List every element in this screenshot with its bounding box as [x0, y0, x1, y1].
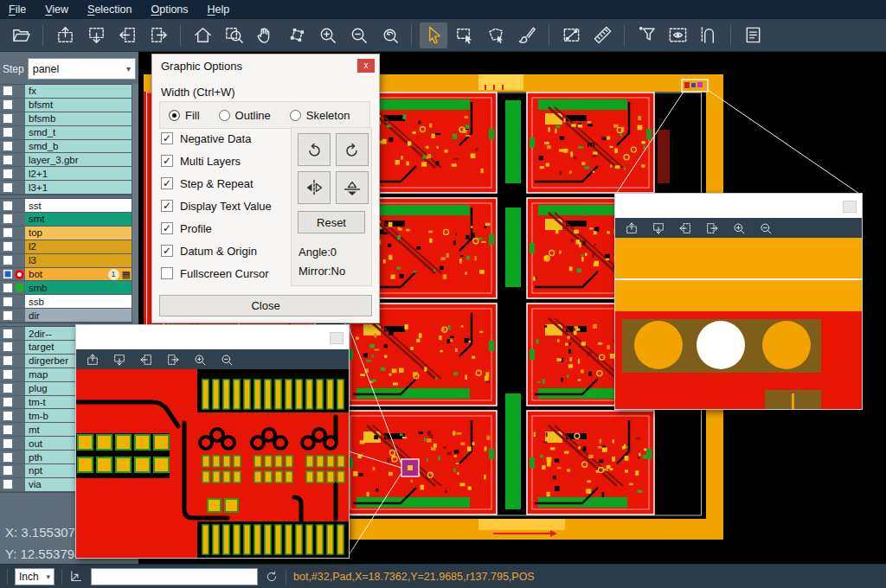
popup-zoom-in-button[interactable] [192, 352, 208, 368]
tool-pan-left-button[interactable] [113, 22, 141, 48]
checkbox-step-repeat[interactable]: ✓Step & Repeat [161, 172, 272, 195]
command-input[interactable] [91, 568, 258, 585]
rotate-ccw-button[interactable] [336, 133, 369, 166]
menu-item-view[interactable]: View [45, 3, 68, 16]
menu-item-options[interactable]: Options [151, 3, 188, 16]
radio-outline[interactable]: Outline [219, 109, 271, 122]
popup-titlebar[interactable] [615, 194, 862, 218]
refresh-icon[interactable] [265, 570, 279, 584]
tool-zoom-in-button[interactable] [313, 22, 341, 48]
menu-item-help[interactable]: Help [208, 3, 230, 16]
menu-item-selection[interactable]: Selection [87, 3, 132, 16]
layer-row-sst[interactable]: sst [0, 199, 132, 213]
layer-checkbox[interactable] [3, 479, 13, 489]
layer-name[interactable]: bfsmt [25, 99, 132, 112]
tool-open-button[interactable] [7, 22, 35, 48]
layer-checkbox[interactable] [3, 411, 13, 421]
popup-viewport[interactable] [76, 369, 349, 558]
tool-pan-up-button[interactable] [51, 22, 79, 48]
layer-checkbox[interactable] [3, 255, 13, 265]
layer-checkbox[interactable] [3, 355, 13, 366]
popup-zoom-in-button[interactable] [731, 220, 747, 236]
radio-skeleton[interactable]: Skeleton [290, 109, 350, 122]
layer-checkbox[interactable] [3, 283, 13, 293]
popup-pan-right-button[interactable] [704, 220, 720, 236]
layer-checkbox[interactable] [3, 241, 13, 252]
layer-checkbox[interactable] [3, 169, 13, 179]
tool-pan-down-button[interactable] [82, 22, 110, 48]
grid-icon[interactable]: ▦ [122, 270, 131, 279]
tool-zoom-back-button[interactable] [376, 22, 403, 48]
layer-checkbox[interactable] [3, 452, 13, 463]
popup-minimize-button[interactable] [843, 201, 857, 213]
checkbox-profile[interactable]: ✓Profile [161, 217, 272, 240]
layer-checkbox[interactable] [3, 127, 13, 137]
layer-name[interactable]: top [25, 227, 132, 240]
layer-checkbox[interactable] [3, 383, 13, 393]
layer-row-fx[interactable]: fx [0, 85, 132, 99]
dialog-close-icon[interactable]: x [357, 59, 375, 73]
menu-item-file[interactable]: File [9, 3, 26, 16]
layer-name[interactable]: l3+1 [25, 181, 132, 194]
layer-checkbox[interactable] [3, 269, 13, 279]
layer-checkbox[interactable] [3, 227, 13, 238]
layer-checkbox[interactable] [3, 141, 13, 151]
layer-row-top[interactable]: top [0, 227, 132, 240]
popup-zoom-out-button[interactable] [758, 220, 774, 236]
layer-checkbox[interactable] [3, 369, 13, 380]
layer-row-bfsmt[interactable]: bfsmt [0, 99, 132, 112]
layer-checkbox[interactable] [3, 297, 13, 307]
popup-pan-up-button[interactable] [624, 220, 639, 236]
layer-name[interactable]: smb [25, 281, 132, 294]
close-button[interactable]: Close [159, 295, 372, 316]
tool-report-button[interactable] [739, 22, 767, 48]
layer-name[interactable]: l2+1 [25, 167, 132, 180]
reset-button[interactable]: Reset [298, 211, 365, 233]
rotate-cw-button[interactable] [298, 133, 331, 166]
tool-pan-hand-button[interactable] [251, 22, 279, 48]
checkbox-fullscreen-cursor[interactable]: Fullscreen Cursor [161, 262, 272, 284]
popup-zoom-out-button[interactable] [219, 352, 234, 368]
layer-name[interactable]: sst [25, 199, 132, 212]
layer-name[interactable]: smd_b [25, 140, 132, 153]
tool-measure-button[interactable] [557, 22, 585, 48]
layer-checkbox[interactable] [3, 214, 13, 224]
layer-row-layer_3.gbr[interactable]: layer_3.gbr [0, 153, 132, 167]
layer-name[interactable]: bfsmb [25, 112, 132, 125]
popup-pan-left-button[interactable] [138, 352, 154, 368]
popup-titlebar[interactable] [76, 325, 349, 349]
layer-row-dir[interactable]: dir [0, 309, 132, 323]
popup-pan-down-button[interactable] [112, 352, 127, 368]
flip-h-button[interactable] [298, 171, 331, 204]
checkbox-negative-data[interactable]: ✓Negative Data [161, 127, 272, 150]
tool-filter-button[interactable] [632, 22, 660, 48]
checkbox-display-text-value[interactable]: ✓Display Text Value [161, 195, 272, 217]
layer-name[interactable]: smt [25, 213, 132, 226]
tool-pan-right-button[interactable] [144, 22, 172, 48]
layer-row-smt[interactable]: smt [0, 213, 132, 227]
layer-row-ssb[interactable]: ssb [0, 295, 132, 309]
tool-ruler-button[interactable] [588, 22, 616, 48]
layer-checkbox[interactable] [3, 86, 13, 96]
layer-checkbox[interactable] [3, 342, 13, 352]
popup-pan-right-button[interactable] [165, 352, 181, 368]
layer-checkbox[interactable] [3, 155, 13, 165]
layer-name[interactable]: l2 [25, 240, 132, 253]
checkbox-datum-origin[interactable]: ✓Datum & Origin [161, 240, 272, 262]
layer-checkbox[interactable] [3, 182, 13, 193]
radio-fill[interactable]: Fill [169, 109, 200, 122]
layer-checkbox[interactable] [3, 465, 13, 476]
layer-name[interactable]: layer_3.gbr [25, 153, 132, 166]
corner-snap-icon[interactable] [69, 569, 84, 584]
tool-select-poly-button[interactable] [482, 22, 510, 48]
layer-checkbox[interactable] [3, 438, 13, 449]
layer-name[interactable]: bot1▦ [25, 268, 132, 281]
layer-row-l2+1[interactable]: l2+1 [0, 167, 132, 181]
layer-row-l3[interactable]: l3 [0, 254, 132, 268]
tool-brush-button[interactable] [513, 22, 541, 48]
tool-zoom-area-button[interactable] [220, 22, 247, 48]
tool-snap-button[interactable] [695, 22, 722, 48]
layer-row-bfsmb[interactable]: bfsmb [0, 112, 132, 126]
layer-row-l3+1[interactable]: l3+1 [0, 181, 132, 195]
layer-checkbox[interactable] [3, 99, 13, 110]
